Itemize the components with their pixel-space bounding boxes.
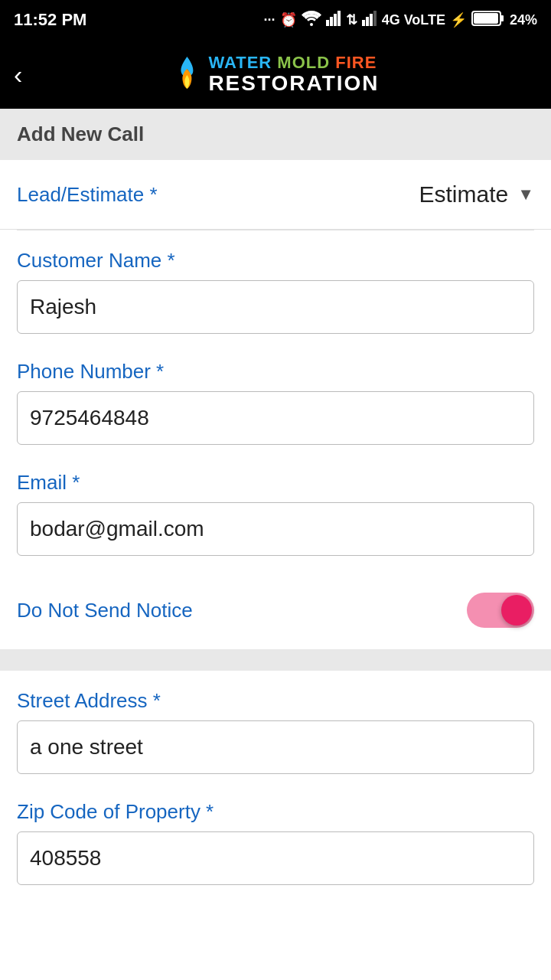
- email-field: Email *: [0, 452, 551, 564]
- chevron-down-icon: ▼: [517, 185, 534, 204]
- status-bar: 11:52 PM ··· ⏰ ⇅: [0, 0, 551, 40]
- app-header: ‹ WATER MOLD FIRE RESTORATION: [0, 40, 551, 109]
- logo: WATER MOLD FIRE RESTORATION: [171, 54, 379, 96]
- zip-code-label: Zip Code of Property *: [17, 800, 534, 824]
- network-label: 4G VoLTE: [382, 12, 445, 28]
- battery-percent: 24%: [510, 12, 537, 28]
- alarm-icon: ⏰: [280, 11, 297, 28]
- dots-icon: ···: [264, 12, 276, 28]
- status-time: 11:52 PM: [14, 10, 86, 30]
- do-not-send-label: Do Not Send Notice: [17, 599, 193, 622]
- svg-rect-10: [500, 15, 504, 21]
- lead-estimate-value: Estimate: [419, 181, 509, 207]
- logo-text: WATER MOLD FIRE RESTORATION: [208, 54, 379, 96]
- lead-estimate-dropdown[interactable]: Estimate ▼: [419, 181, 535, 207]
- svg-rect-1: [326, 20, 329, 26]
- signal-icon: [326, 11, 341, 30]
- battery-icon: [471, 10, 505, 31]
- phone-number-input[interactable]: [17, 391, 534, 445]
- phone-number-field: Phone Number *: [0, 341, 551, 452]
- email-label: Email *: [17, 471, 534, 495]
- section-separator: [0, 649, 551, 671]
- wifi-icon: [302, 11, 321, 30]
- svg-point-0: [310, 23, 313, 26]
- street-address-label: Street Address *: [17, 689, 534, 713]
- svg-rect-3: [334, 14, 337, 26]
- status-icons: ··· ⏰ ⇅: [264, 10, 537, 31]
- logo-restoration: RESTORATION: [208, 72, 379, 96]
- form-content: Lead/Estimate * Estimate ▼ Customer Name…: [0, 160, 551, 893]
- lead-estimate-row: Lead/Estimate * Estimate ▼: [0, 160, 551, 230]
- logo-mold: MOLD: [277, 53, 335, 72]
- street-address-field: Street Address *: [0, 671, 551, 782]
- toggle-thumb: [501, 595, 532, 626]
- email-input[interactable]: [17, 502, 534, 556]
- do-not-send-row: Do Not Send Notice: [0, 571, 551, 649]
- arrows-icon: ⇅: [346, 11, 357, 28]
- svg-rect-8: [373, 11, 377, 26]
- phone-number-label: Phone Number *: [17, 360, 534, 384]
- street-address-input[interactable]: [17, 720, 534, 774]
- signal2-icon: [362, 11, 377, 30]
- back-button[interactable]: ‹: [14, 61, 22, 87]
- customer-name-field: Customer Name *: [0, 230, 551, 341]
- section-title: Add New Call: [17, 122, 144, 145]
- zip-code-field: Zip Code of Property *: [0, 782, 551, 893]
- logo-flame-icon: [171, 55, 202, 93]
- svg-rect-5: [362, 20, 365, 26]
- customer-name-label: Customer Name *: [17, 249, 534, 273]
- lightning-icon: ⚡: [450, 11, 467, 28]
- svg-rect-2: [330, 17, 333, 26]
- svg-rect-11: [474, 13, 498, 24]
- svg-rect-7: [370, 14, 373, 26]
- lead-estimate-label: Lead/Estimate *: [17, 183, 158, 207]
- section-header: Add New Call: [0, 109, 551, 160]
- svg-rect-4: [337, 11, 341, 26]
- svg-rect-6: [366, 17, 369, 26]
- zip-code-input[interactable]: [17, 831, 534, 885]
- logo-water: WATER: [208, 53, 277, 72]
- customer-name-input[interactable]: [17, 280, 534, 334]
- do-not-send-toggle[interactable]: [467, 593, 534, 628]
- logo-fire: FIRE: [335, 53, 377, 72]
